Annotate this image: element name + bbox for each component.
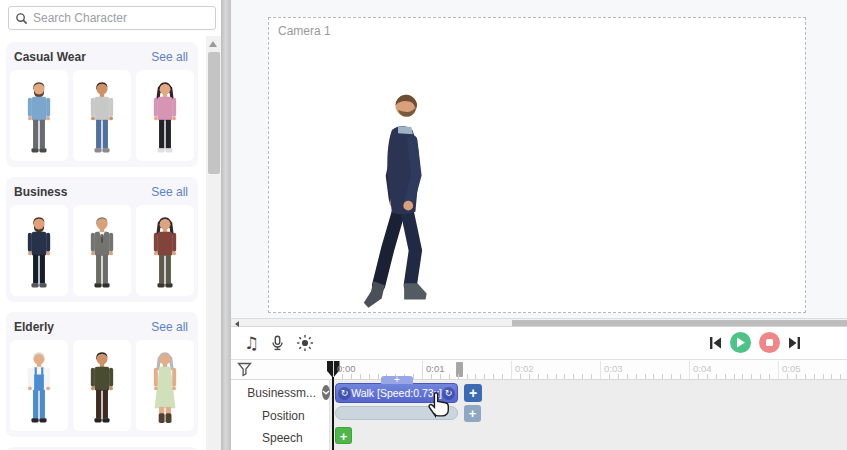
play-button[interactable] [730, 332, 751, 353]
ruler-minor-tick [458, 374, 459, 379]
ruler-minor-tick [707, 374, 708, 379]
brightness-icon[interactable] [296, 333, 314, 353]
ruler-scale[interactable]: 0:000:010:020:030:040:05 [231, 360, 847, 379]
search-input[interactable] [33, 11, 209, 25]
ruler-minor-tick [823, 374, 824, 379]
character-card-man-blue-overalls[interactable] [10, 340, 68, 431]
ruler-minor-tick [475, 374, 476, 379]
chevron-down-icon[interactable] [241, 390, 242, 396]
stage-canvas: Camera 1 [231, 0, 847, 318]
character-figure-woman-maroon-blazer [138, 213, 192, 293]
ruler-minor-tick [751, 374, 752, 379]
see-all-link[interactable]: See all [151, 50, 188, 64]
character-card-man-navy-sweater[interactable] [10, 205, 68, 296]
scroll-left-arrow[interactable] [235, 321, 239, 327]
see-all-link[interactable]: See all [151, 185, 188, 199]
skip-to-end-button[interactable] [788, 336, 801, 350]
add-speech-button[interactable]: + [335, 427, 352, 444]
ruler-minor-tick [431, 374, 432, 379]
ruler-minor-tick [360, 374, 361, 379]
track-label-speech: Speech [262, 431, 303, 445]
ruler-minor-tick [413, 374, 414, 379]
playhead-line[interactable] [332, 377, 334, 450]
timeline-panel: ♫ [231, 327, 847, 450]
character-card-woman-floral-dress[interactable] [136, 340, 194, 431]
collapse-badge-icon[interactable] [322, 385, 330, 400]
timeline-horizontal-scrollbar[interactable] [231, 318, 847, 327]
ruler-minor-tick [662, 374, 663, 379]
section-elderly: ElderlySee all [6, 312, 198, 437]
ruler-minor-tick [831, 374, 832, 379]
ruler-minor-tick [342, 374, 343, 379]
animation-clip-walk[interactable]: ↻ Walk [Speed:0.73x] ↻ + [335, 383, 458, 403]
stop-button[interactable] [759, 332, 780, 353]
ruler-minor-tick [787, 374, 788, 379]
character-figure-man-gray-suit [75, 213, 129, 293]
ruler-minor-tick [502, 374, 503, 379]
ruler-minor-tick [467, 374, 468, 379]
section-header: ElderlySee all [10, 320, 194, 340]
ruler-minor-tick [769, 374, 770, 379]
add-animation-button[interactable]: + [464, 384, 482, 402]
track-label-businessman: Businessm... [247, 386, 316, 400]
loop-icon[interactable]: ↻ [338, 387, 351, 400]
ruler-minor-tick [547, 374, 548, 379]
track-labels-column: Businessm... Position Speech [231, 380, 330, 450]
character-sidebar: Casual WearSee allBusinessSee allElderly… [0, 0, 222, 450]
character-card-woman-pink-sweater[interactable] [136, 70, 194, 161]
character-card-man-plaid-shirt[interactable] [73, 340, 131, 431]
section-header: BusinessSee all [10, 185, 194, 205]
timeline-tracks: Businessm... Position Speech ↻ Walk [Spe… [231, 380, 847, 450]
add-position-button[interactable]: + [464, 405, 481, 422]
ruler-minor-tick [556, 374, 557, 379]
microphone-icon[interactable] [269, 333, 286, 353]
ruler-minor-tick [627, 374, 628, 379]
track-label-position: Position [262, 409, 305, 423]
panel-divider[interactable] [221, 0, 231, 450]
ruler-time-label: 0:00 [337, 363, 356, 374]
ruler-minor-tick [449, 374, 450, 379]
track-row-position: Position [231, 404, 330, 427]
hscrollbar-thumb[interactable] [512, 320, 847, 326]
see-all-link[interactable]: See all [151, 320, 188, 334]
position-track-bar[interactable] [335, 406, 458, 420]
ruler-major-tick [422, 361, 423, 379]
sidebar-sections: Casual WearSee allBusinessSee allElderly… [0, 36, 204, 450]
character-figure-man-blue-shirt [12, 78, 66, 158]
ruler-minor-tick [636, 374, 637, 379]
clip-add-tab[interactable]: + [381, 376, 413, 384]
ruler-minor-tick [484, 374, 485, 379]
ruler-minor-tick [653, 374, 654, 379]
scroll-up-arrow[interactable] [209, 41, 217, 47]
timeline-ruler[interactable]: 0:000:010:020:030:040:05 [231, 360, 847, 380]
character-card-man-blue-shirt[interactable] [10, 70, 68, 161]
character-figure-man-gray-polo [75, 78, 129, 158]
search-box [8, 6, 216, 30]
sidebar-scrollbar-thumb[interactable] [208, 52, 220, 174]
ruler-minor-tick [564, 374, 565, 379]
character-card-man-gray-polo[interactable] [73, 70, 131, 161]
character-row [10, 340, 194, 431]
canvas-character-businessman-walking[interactable] [351, 79, 443, 319]
character-card-man-gray-suit[interactable] [73, 205, 131, 296]
ruler-major-tick [778, 361, 779, 379]
skip-to-start-button[interactable] [709, 336, 722, 350]
ruler-minor-tick [840, 374, 841, 379]
ruler-minor-tick [680, 374, 681, 379]
music-icon[interactable]: ♫ [244, 333, 259, 353]
section-business: BusinessSee all [6, 177, 198, 302]
clip-label: Walk [Speed:0.73x] [351, 387, 442, 399]
camera-frame[interactable]: Camera 1 [268, 17, 806, 313]
timeline-toolbar: ♫ [231, 327, 847, 360]
character-card-woman-maroon-blazer[interactable] [136, 205, 194, 296]
ruler-time-label: 0:03 [604, 363, 623, 374]
search-icon [15, 12, 28, 25]
ruler-time-label: 0:04 [693, 363, 712, 374]
ruler-minor-tick [796, 374, 797, 379]
ruler-minor-tick [716, 374, 717, 379]
loop-icon[interactable]: ↻ [442, 387, 455, 400]
section-title: Casual Wear [14, 50, 86, 64]
ruler-minor-tick [645, 374, 646, 379]
sidebar-scrollbar[interactable] [206, 36, 221, 450]
ruler-minor-tick [725, 374, 726, 379]
